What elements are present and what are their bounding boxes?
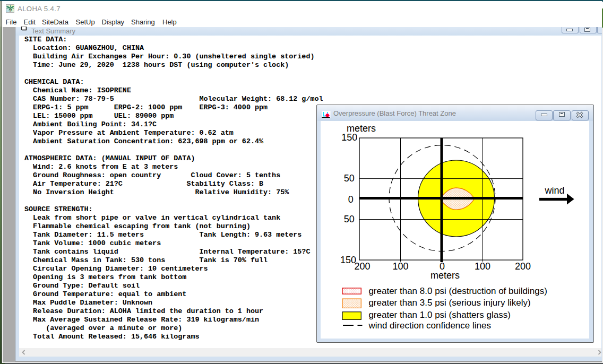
svg-text:greater than 1.0 psi (shatters: greater than 1.0 psi (shatters glass) — [368, 310, 510, 320]
svg-text:100: 100 — [475, 261, 490, 272]
svg-text:200: 200 — [354, 261, 370, 272]
svg-text:100: 100 — [392, 261, 408, 272]
svg-text:50: 50 — [344, 173, 355, 184]
svg-text:150: 150 — [341, 132, 357, 143]
svg-text:greater than 3.5 psi (serious: greater than 3.5 psi (serious injury lik… — [368, 298, 530, 308]
svg-text:wind direction confidence line: wind direction confidence lines — [368, 320, 491, 331]
svg-text:meters: meters — [430, 270, 460, 281]
svg-text:200: 200 — [515, 261, 531, 272]
svg-text:0: 0 — [348, 194, 354, 205]
svg-text:50: 50 — [344, 214, 355, 224]
svg-text:wind: wind — [545, 185, 565, 196]
svg-text:greater than 8.0 psi (destruct: greater than 8.0 psi (destruction of bui… — [368, 286, 547, 296]
